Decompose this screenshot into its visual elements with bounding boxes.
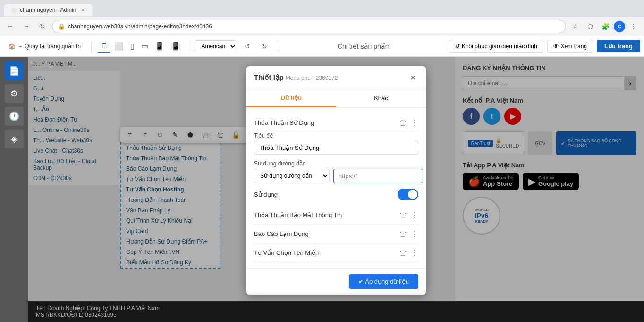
- eye-icon: 👁: [553, 43, 559, 50]
- form-title-label: Tiêu đề: [254, 132, 418, 139]
- browser-tab[interactable]: chanh nguyen - Admin ✕: [4, 4, 93, 16]
- apply-btn[interactable]: ✔ Áp dụng dữ liệu: [349, 274, 418, 289]
- tablet-portrait-btn[interactable]: ▯: [127, 40, 137, 52]
- menu-item-row-4: Tư Vấn Chọn Tên Miền 🗑 ⋮: [254, 244, 418, 262]
- back-to-admin-btn[interactable]: 🏠 ← Quay lại trang quản trị: [4, 41, 85, 52]
- tab-other[interactable]: Khác: [336, 89, 426, 107]
- url-text: chanhnguyen.web30s.vn/admin/page-editor#…: [68, 23, 559, 30]
- modal-close-btn[interactable]: ✕: [407, 72, 418, 83]
- forward-btn[interactable]: →: [20, 20, 33, 33]
- browser-nav: ← → ↻ 🔒 chanhnguyen.web30s.vn/admin/page…: [0, 17, 644, 36]
- page-content: D... Y P.A VIỆT M... Liê... G...t Tuyên …: [28, 57, 644, 322]
- form-url-row: Sử dụng đường dẫn: [254, 169, 418, 183]
- address-bar: 🔒 chanhnguyen.web30s.vn/admin/page-edito…: [52, 20, 566, 33]
- back-btn[interactable]: ←: [4, 20, 17, 33]
- back-icon: 🏠: [8, 43, 16, 50]
- more-item-2-btn[interactable]: ⋮: [411, 210, 418, 219]
- tablet-landscape-btn[interactable]: ⬜: [111, 40, 127, 52]
- sidebar-layers-icon[interactable]: ◈: [5, 130, 24, 148]
- divider-3: [277, 41, 277, 52]
- save-btn[interactable]: Lưu trang: [597, 40, 640, 52]
- browser-tab-bar: chanh nguyen - Admin ✕: [0, 0, 644, 17]
- phone-landscape-btn[interactable]: ▭: [138, 40, 151, 52]
- modal-tabs: Dữ liệu Khác: [246, 89, 426, 108]
- modal-title-area: Thiết lập Menu phu - 2369172: [254, 73, 338, 82]
- redo-btn[interactable]: ↻: [258, 40, 271, 53]
- phone-portrait-btn[interactable]: 📱: [152, 40, 167, 52]
- form-title-input[interactable]: [254, 141, 418, 155]
- modal-dialog: Thiết lập Menu phu - 2369172 ✕ Dữ liệu K…: [246, 66, 426, 295]
- refresh-btn[interactable]: ↻: [36, 20, 49, 33]
- template-select[interactable]: American: [195, 40, 237, 52]
- menu-btn[interactable]: ⋮: [627, 20, 640, 33]
- url-type-select[interactable]: Sử dụng đường dẫn: [254, 169, 330, 183]
- form-url-group: Sử dụng đường dẫn Sử dụng đường dẫn: [254, 160, 418, 183]
- extensions-btn[interactable]: ⬡: [584, 20, 597, 33]
- toggle-knob: [408, 190, 417, 199]
- form-url-label: Sử dụng đường dẫn: [254, 160, 418, 167]
- modal-overlay: Thiết lập Menu phu - 2369172 ✕ Dữ liệu K…: [28, 57, 644, 322]
- restore-btn[interactable]: ↺ Khôi phục giao diện mặc định: [449, 40, 543, 53]
- page-title: Chi tiết sản phẩm: [283, 43, 445, 50]
- delete-item-3-btn[interactable]: 🗑: [399, 230, 407, 238]
- url-input[interactable]: [333, 169, 423, 183]
- more-item-1-btn[interactable]: ⋮: [411, 118, 418, 127]
- modal-body: Thỏa Thuận Sử Dụng 🗑 ⋮ Tiêu đề Sử dụng đ…: [246, 108, 426, 268]
- form-title-group: Tiêu đề: [254, 132, 418, 155]
- undo-btn[interactable]: ↺: [241, 40, 254, 53]
- star-btn[interactable]: ☆: [568, 20, 582, 33]
- desktop-btn[interactable]: 🖥: [97, 40, 110, 53]
- puzzle-btn[interactable]: 🧩: [599, 20, 612, 33]
- device-icons: 🖥 ⬜ ▯ ▭ 📱 📳: [97, 40, 183, 53]
- menu-item-row-3: Báo Cáo Lạm Dụng 🗑 ⋮: [254, 225, 418, 244]
- modal-header: Thiết lập Menu phu - 2369172 ✕: [246, 66, 426, 89]
- sidebar-pages-icon[interactable]: 📄: [5, 61, 24, 80]
- preview-btn[interactable]: 👁 Xem trang: [547, 40, 593, 53]
- menu-item-actions-4: 🗑 ⋮: [399, 248, 418, 257]
- more-item-4-btn[interactable]: ⋮: [411, 248, 418, 257]
- sidebar-settings-icon[interactable]: ⚙: [5, 84, 24, 103]
- nav-icons: ☆ ⬡ 🧩 C ⋮: [568, 20, 640, 33]
- menu-item-row-1: Thỏa Thuận Sử Dụng 🗑 ⋮: [254, 113, 418, 132]
- divider-2: [189, 41, 189, 52]
- delete-item-1-btn[interactable]: 🗑: [399, 119, 407, 127]
- tab-title: chanh nguyen - Admin: [20, 7, 76, 13]
- profile-avatar[interactable]: C: [614, 21, 625, 32]
- more-item-3-btn[interactable]: ⋮: [411, 229, 418, 238]
- restore-icon: ↺: [455, 43, 460, 50]
- delete-item-2-btn[interactable]: 🗑: [399, 211, 407, 219]
- tab-data[interactable]: Dữ liệu: [246, 89, 336, 107]
- menu-item-actions-3: 🗑 ⋮: [399, 229, 418, 238]
- menu-item-actions-2: 🗑 ⋮: [399, 210, 418, 219]
- modal-footer: ✔ Áp dụng dữ liệu: [246, 268, 426, 295]
- menu-item-row-2: Thỏa Thuận Bảo Mật Thông Tin 🗑 ⋮: [254, 206, 418, 225]
- divider-1: [91, 41, 92, 52]
- use-toggle[interactable]: [398, 189, 418, 200]
- small-phone-btn[interactable]: 📳: [168, 40, 183, 52]
- menu-item-actions-1: 🗑 ⋮: [399, 118, 418, 127]
- left-sidebar: 📄 ⚙ 🕐 ◈: [0, 57, 28, 322]
- toggle-row: Sử dụng: [254, 189, 418, 200]
- delete-item-4-btn[interactable]: 🗑: [399, 249, 407, 257]
- main-area: 📄 ⚙ 🕐 ◈ D... Y P.A VIỆT M... Liê... G...…: [0, 57, 644, 322]
- admin-toolbar: 🏠 ← Quay lại trang quản trị 🖥 ⬜ ▯ ▭ 📱 📳 …: [0, 36, 644, 57]
- sidebar-history-icon[interactable]: 🕐: [5, 107, 24, 126]
